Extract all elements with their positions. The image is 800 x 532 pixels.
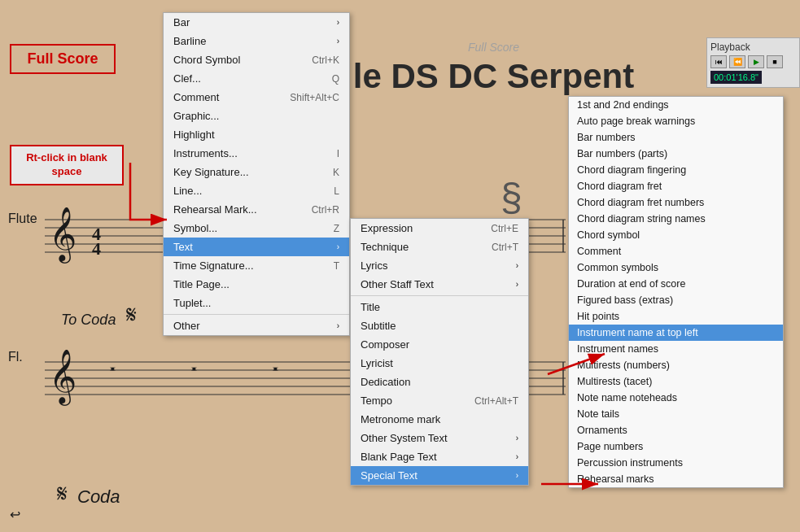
menu-item-key-signature[interactable]: Key Signature... K [164,163,349,181]
menu-item-label: Common symbols [577,262,658,273]
special-text-submenu[interactable]: 1st and 2nd endings Auto page break warn… [568,96,784,488]
menu-item-bar-numbers[interactable]: Bar numbers [569,129,783,146]
svg-text:𝄞: 𝄞 [49,207,77,264]
menu-item-other-arrow: › [337,321,339,330]
menu-item-graphic[interactable]: Graphic... [164,107,349,125]
menu-item-blank-page-text-arrow: › [516,452,518,461]
menu-item-other[interactable]: Other › [164,316,349,335]
menu-item-bar-label: Bar [173,16,190,28]
menu-item-tuplet-label: Tuplet... [173,297,211,309]
menu-item-common-symbols[interactable]: Common symbols [569,259,783,276]
menu-item-subtitle[interactable]: Subtitle [351,316,528,335]
menu-item-clef-shortcut: Q [332,73,339,85]
menu-item-tuplet[interactable]: Tuplet... [164,294,349,312]
menu-item-chord-symbol-shortcut: Ctrl+K [312,55,339,66]
menu-item-auto-page-break[interactable]: Auto page break warnings [569,113,783,129]
menu-item-technique[interactable]: Technique Ctrl+T [351,238,528,256]
menu-item-title-page[interactable]: Title Page... [164,275,349,294]
menu-item-label: Bar numbers (parts) [577,148,667,159]
menu-item-chord-diagram-fingering[interactable]: Chord diagram fingering [569,162,783,178]
menu-item-other-staff-text[interactable]: Other Staff Text › [351,275,528,294]
menu-item-instrument-name-top-left[interactable]: Instrument name at top left [569,325,783,341]
text-submenu[interactable]: Expression Ctrl+E Technique Ctrl+T Lyric… [350,218,529,486]
menu-item-other-system-text[interactable]: Other System Text › [351,429,528,447]
menu-item-time-signature-label: Time Signature... [173,259,254,272]
menu-item-lyricist[interactable]: Lyricist [351,354,528,373]
menu-item-comment-right[interactable]: Comment [569,243,783,259]
menu-item-1st-2nd-endings[interactable]: 1st and 2nd endings [569,97,783,113]
menu-item-other-system-text-arrow: › [516,434,518,443]
menu-item-instruments-label: Instruments... [173,147,238,159]
menu-item-text[interactable]: Text › [164,238,349,256]
menu-item-chord-diagram-fret[interactable]: Chord diagram fret [569,178,783,194]
menu-item-label: Instrument name at top left [577,327,698,338]
menu-item-metronome-mark-label: Metronome mark [361,413,440,425]
menu-item-expression[interactable]: Expression Ctrl+E [351,219,528,238]
menu-item-hit-points[interactable]: Hit points [569,308,783,325]
menu-item-chord-diagram-string-names[interactable]: Chord diagram string names [569,211,783,227]
arrow-instrument-name [544,342,617,382]
menu-item-label: Page numbers [577,441,643,452]
playback-controls[interactable]: ⏮ ⏪ ▶ ■ [710,55,796,68]
menu-item-blank-page-text[interactable]: Blank Page Text › [351,447,528,466]
playback-bar: Playback ⏮ ⏪ ▶ ■ 00:01'16.8" [706,37,800,88]
menu-item-time-signature-shortcut: T [334,260,339,272]
menu-item-time-signature[interactable]: Time Signature... T [164,256,349,275]
menu-item-special-text-label: Special Text [361,469,417,482]
menu-item-key-signature-shortcut: K [333,167,339,178]
menu-item-ornaments[interactable]: Ornaments [569,422,783,438]
menu-item-label: 1st and 2nd endings [577,99,669,111]
menu-item-bar-numbers-parts[interactable]: Bar numbers (parts) [569,146,783,162]
playback-back-button[interactable]: ⏪ [729,55,745,68]
menu-item-composer[interactable]: Composer [351,335,528,354]
menu-item-tempo-shortcut: Ctrl+Alt+T [474,395,518,407]
menu-item-title[interactable]: Title [351,298,528,316]
menu-item-clef[interactable]: Clef... Q [164,69,349,88]
menu-item-comment-shortcut: Shift+Alt+C [290,92,339,103]
playback-title: Playback [710,41,796,53]
menu-item-barline[interactable]: Barline › [164,32,349,50]
menu-item-instruments[interactable]: Instruments... I [164,144,349,163]
menu-item-chord-symbol-right[interactable]: Chord symbol [569,227,783,243]
menu-item-line[interactable]: Line... L [164,181,349,200]
annotation-box: Rt-click in blank space [10,145,124,185]
menu-item-bar[interactable]: Bar › [164,13,349,32]
menu-item-rehearsal-mark-shortcut: Ctrl+R [312,204,339,216]
svg-text:𝄺: 𝄺 [191,363,197,379]
menu-item-comment[interactable]: Comment Shift+Alt+C [164,88,349,107]
menu-item-rehearsal-mark[interactable]: Rehearsal Mark... Ctrl+R [164,200,349,219]
menu-item-special-text[interactable]: Special Text › [351,466,528,485]
menu-item-metronome-mark[interactable]: Metronome mark [351,410,528,429]
menu-item-duration-end-score[interactable]: Duration at end of score [569,276,783,292]
menu-item-note-name-noteheads[interactable]: Note name noteheads [569,390,783,406]
context-menu-level1[interactable]: Bar › Barline › Chord Symbol Ctrl+K Clef… [163,12,350,336]
menu-item-label: Chord diagram string names [577,213,706,225]
menu-item-other-system-text-label: Other System Text [361,432,448,444]
menu-item-composer-label: Composer [361,338,409,351]
coda-text: Coda [77,486,120,508]
menu-item-line-shortcut: L [334,185,339,197]
menu-item-highlight[interactable]: Highlight [164,125,349,144]
menu-item-lyricist-label: Lyricist [361,357,393,369]
svg-text:𝄺: 𝄺 [110,363,116,379]
arrow-annotation-to-menu [122,155,179,244]
menu-item-note-tails[interactable]: Note tails [569,406,783,422]
menu-item-page-numbers[interactable]: Page numbers [569,438,783,455]
playback-rewind-button[interactable]: ⏮ [710,55,727,68]
svg-text:4: 4 [92,238,101,259]
menu-item-dedication[interactable]: Dedication [351,373,528,391]
full-score-label: Full Score [27,50,98,67]
menu-item-symbol[interactable]: Symbol... Z [164,219,349,238]
playback-stop-button[interactable]: ■ [767,55,783,68]
menu-item-lyrics[interactable]: Lyrics › [351,256,528,275]
menu-item-chord-diagram-fret-numbers[interactable]: Chord diagram fret numbers [569,194,783,211]
menu-item-clef-label: Clef... [173,72,201,85]
menu-item-tempo[interactable]: Tempo Ctrl+Alt+T [351,391,528,410]
menu-item-chord-symbol[interactable]: Chord Symbol Ctrl+K [164,50,349,69]
menu-item-label: Hit points [577,311,619,322]
annotation-text: Rt-click in blank space [26,151,107,177]
playback-play-button[interactable]: ▶ [748,55,764,68]
menu-item-graphic-label: Graphic... [173,110,219,122]
menu-item-barline-label: Barline [173,35,206,47]
menu-item-figured-bass[interactable]: Figured bass (extras) [569,292,783,308]
